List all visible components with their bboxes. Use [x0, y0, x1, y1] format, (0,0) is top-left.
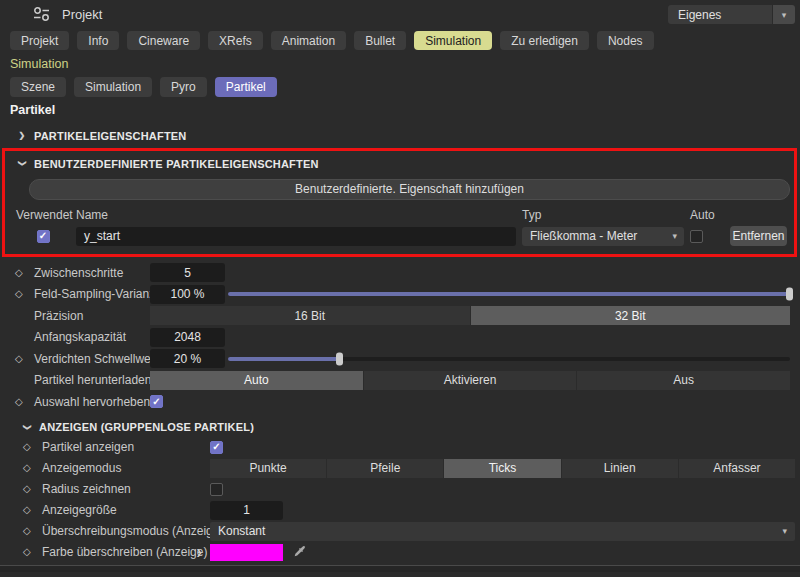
chevron-down-icon: ❯: [23, 423, 32, 431]
verdichten-slider[interactable]: [228, 351, 790, 366]
anzeigegroesse-input[interactable]: 1: [210, 501, 283, 520]
main-tab-bar: Projekt Info Cineware XRefs Animation Bu…: [10, 31, 800, 50]
tab-xrefs[interactable]: XRefs: [208, 31, 263, 50]
zwischenschritte-input[interactable]: 5: [150, 263, 225, 282]
verdichten-value: 20 %: [174, 352, 201, 366]
tab-bullet[interactable]: Bullet: [354, 31, 406, 50]
auswahl-hervorheben-checkbox[interactable]: ✓: [150, 395, 163, 408]
check-icon: ✓: [39, 231, 47, 241]
eyedropper-icon[interactable]: [293, 545, 307, 559]
chevron-right-icon: ❯: [18, 131, 26, 140]
window-title: Projekt: [62, 7, 102, 22]
preset-dropdown-button[interactable]: ▾: [773, 5, 795, 24]
segment-aus[interactable]: Aus: [577, 371, 790, 390]
param-label: Partikel anzeigen: [42, 440, 210, 454]
param-label: Farbe überschreiben (Anzeige): [42, 545, 192, 559]
row-verdichten-schwellwert: ◇ Verdichten Schwellwert 20 %: [0, 348, 800, 370]
segment-aktivieren[interactable]: Aktivieren: [364, 371, 577, 390]
keyframe-diamond-icon[interactable]: ◇: [23, 463, 36, 473]
param-label: Anzeigegröße: [42, 503, 210, 517]
keyframe-diamond-icon[interactable]: ◇: [23, 526, 36, 536]
segment-32bit[interactable]: 32 Bit: [471, 306, 791, 325]
param-label: Partikel herunterladen: [34, 373, 150, 387]
keyframe-diamond-icon[interactable]: ◇: [15, 354, 28, 364]
param-label: Feld-Sampling-Varianz: [34, 287, 150, 301]
project-settings-icon: [33, 6, 52, 22]
ueberschreibungsmodus-dropdown[interactable]: Konstant ▾: [210, 522, 795, 541]
row-farbe-ueberschreiben: ◇ Farbe überschreiben (Anzeige) ❯: [0, 542, 800, 563]
preset-dropdown[interactable]: Eigenes ▾: [668, 5, 795, 24]
param-label: Anzeigemodus: [42, 461, 210, 475]
segment-punkte[interactable]: Punkte: [210, 459, 326, 478]
chevron-down-icon: ▾: [782, 10, 787, 20]
slider-handle[interactable]: [786, 288, 793, 301]
tab-projekt[interactable]: Projekt: [10, 31, 69, 50]
row-feld-sampling-varianz: ◇ Feld-Sampling-Varianz 100 %: [0, 284, 800, 306]
tab-cineware[interactable]: Cineware: [127, 31, 200, 50]
segment-ticks[interactable]: Ticks: [444, 459, 560, 478]
tab-nodes[interactable]: Nodes: [597, 31, 654, 50]
segment-anfasser[interactable]: Anfasser: [679, 459, 795, 478]
slider-handle[interactable]: [336, 352, 343, 365]
radius-zeichnen-checkbox[interactable]: ✓: [210, 483, 223, 496]
used-checkbox[interactable]: ✓: [37, 230, 50, 243]
partikel-anzeigen-checkbox[interactable]: ✓: [210, 441, 223, 454]
anfangskapazitaet-input[interactable]: 2048: [150, 328, 225, 347]
row-zwischenschritte: ◇ Zwischenschritte 5: [0, 262, 800, 284]
parameter-list: ◇ Zwischenschritte 5 ◇ Feld-Sampling-Var…: [0, 262, 800, 413]
col-name: Name: [76, 208, 516, 222]
auto-checkbox[interactable]: ✓: [690, 230, 703, 243]
row-anzeigegroesse: ◇ Anzeigegröße 1: [0, 500, 800, 521]
add-custom-property-button[interactable]: Benutzerdefinierte. Eigenschaft hinzufüg…: [29, 179, 790, 200]
tab-simulation[interactable]: Simulation: [414, 31, 492, 50]
col-auto: Auto: [690, 208, 724, 222]
property-type-dropdown[interactable]: Fließkomma - Meter ▾: [522, 227, 684, 246]
color-swatch[interactable]: [210, 544, 283, 561]
segment-auto[interactable]: Auto: [150, 371, 363, 390]
anzeigegroesse-value: 1: [243, 503, 250, 517]
section-partikeleigenschaften[interactable]: ❯ PARTIKELEIGENSCHAFTEN: [18, 127, 800, 144]
tab-animation[interactable]: Animation: [271, 31, 346, 50]
simulation-group-label: Simulation: [10, 57, 800, 72]
preset-value[interactable]: Eigenes: [668, 5, 772, 24]
section-label: ANZEIGEN (GRUPPENLOSE PARTIKEL): [39, 421, 254, 433]
verdichten-input[interactable]: 20 %: [150, 349, 225, 368]
tab-info[interactable]: Info: [77, 31, 119, 50]
keyframe-diamond-icon[interactable]: ◇: [23, 484, 36, 494]
tab-partikel[interactable]: Partikel: [215, 77, 277, 97]
property-name-input[interactable]: y_start: [76, 227, 516, 246]
keyframe-diamond-icon[interactable]: ◇: [15, 268, 28, 278]
tab-sim-simulation[interactable]: Simulation: [74, 77, 152, 97]
tab-zu-erledigen[interactable]: Zu erledigen: [500, 31, 589, 50]
tab-pyro[interactable]: Pyro: [160, 77, 207, 97]
keyframe-diamond-icon[interactable]: ◇: [15, 289, 28, 299]
chevron-down-icon: ▾: [672, 231, 677, 241]
section-label: BENUTZERDEFINIERTE PARTIKELEIGENSCHAFTEN: [34, 158, 319, 170]
feld-sampling-slider[interactable]: [228, 287, 790, 302]
property-type-value: Fließkomma - Meter: [530, 229, 637, 243]
slider-track: [228, 292, 790, 296]
chevron-down-icon: ▾: [782, 526, 787, 536]
anfangskapazitaet-value: 2048: [174, 330, 201, 344]
section-benutzerdefinierte-partikeleigenschaften[interactable]: ❯ BENUTZERDEFINIERTE PARTIKELEIGENSCHAFT…: [18, 155, 794, 172]
tab-szene[interactable]: Szene: [10, 77, 66, 97]
param-label: Radius zeichnen: [42, 482, 210, 496]
segment-linien[interactable]: Linien: [562, 459, 678, 478]
expander-chevron-icon[interactable]: ❯: [192, 548, 206, 557]
segment-pfeile[interactable]: Pfeile: [327, 459, 443, 478]
row-partikel-herunterladen: Partikel herunterladen Auto Aktivieren A…: [0, 370, 800, 392]
keyframe-diamond-icon[interactable]: ◇: [23, 442, 36, 452]
section-anzeigen[interactable]: ❯ ANZEIGEN (GRUPPENLOSE PARTIKEL): [23, 418, 800, 437]
chevron-down-icon: ❯: [18, 160, 27, 168]
keyframe-diamond-icon[interactable]: ◇: [15, 397, 28, 407]
keyframe-diamond-icon[interactable]: ◇: [23, 505, 36, 515]
title-bar: Projekt Eigenes ▾: [0, 0, 800, 28]
row-anzeigemodus: ◇ Anzeigemodus Punkte Pfeile Ticks Linie…: [0, 458, 800, 479]
keyframe-diamond-icon[interactable]: ◇: [23, 547, 36, 557]
segment-16bit[interactable]: 16 Bit: [150, 306, 470, 325]
param-label: Auswahl hervorheben: [34, 395, 150, 409]
row-anfangskapazitaet: Anfangskapazität 2048: [0, 327, 800, 349]
zwischenschritte-value: 5: [184, 266, 191, 280]
feld-sampling-input[interactable]: 100 %: [150, 285, 225, 304]
remove-property-button[interactable]: Entfernen: [730, 226, 787, 246]
